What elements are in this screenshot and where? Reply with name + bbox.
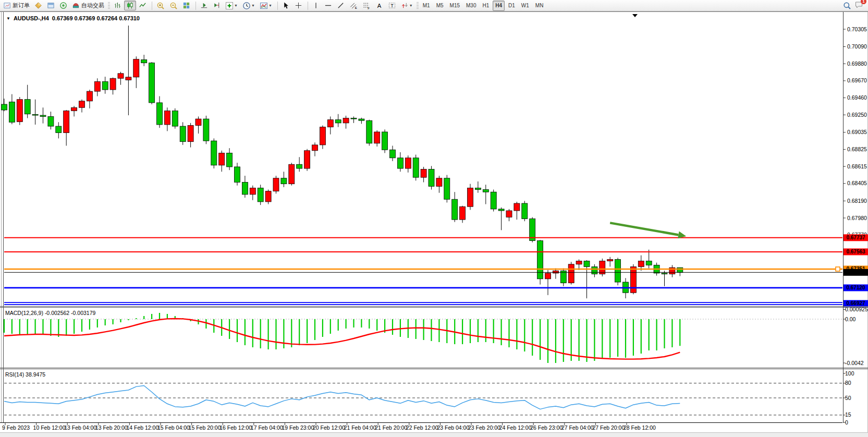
- new-order-label: 新订单: [13, 2, 30, 9]
- chart-shift-button[interactable]: [211, 1, 223, 10]
- chart-canvas[interactable]: 0.703050.700900.698800.696700.694600.692…: [0, 11, 868, 437]
- timeframe-button-W1[interactable]: W1: [519, 1, 532, 11]
- candle-67: [522, 203, 528, 219]
- candle-70: [545, 273, 551, 279]
- time-label-6: 15 Feb 20:00: [189, 424, 221, 431]
- candle-69: [537, 241, 543, 279]
- candle-76: [592, 266, 597, 274]
- fibonacci-icon: F: [362, 2, 371, 9]
- candle-27: [211, 141, 217, 165]
- tile-windows-button[interactable]: [180, 1, 192, 10]
- timeframe-button-M15[interactable]: M15: [447, 1, 462, 11]
- candle-28: [219, 153, 225, 165]
- candle-42: [327, 120, 333, 127]
- candle-30: [235, 167, 240, 183]
- zoom-in-button[interactable]: [154, 1, 167, 10]
- candle-7: [56, 126, 62, 132]
- templates-button[interactable]: ▼: [258, 1, 274, 10]
- time-label-8: 17 Feb 04:00: [251, 424, 283, 431]
- chart-window[interactable]: 0.703050.700900.698800.696700.694600.692…: [0, 11, 868, 437]
- candle-44: [343, 118, 349, 123]
- timeframe-button-MN[interactable]: MN: [533, 1, 546, 11]
- add-indicator-icon: [225, 2, 234, 10]
- time-label-4: 14 Feb 12:00: [126, 424, 158, 431]
- price-label-0.67120: 0.67120: [846, 285, 865, 290]
- gold-cube-icon: [34, 2, 42, 9]
- channel-tool-button[interactable]: E: [347, 1, 360, 10]
- toolbar-separator: [305, 2, 308, 10]
- indicators-button[interactable]: ▼: [223, 1, 240, 10]
- toolbar-grip: [108, 2, 110, 9]
- timeframe-button-H4[interactable]: H4: [493, 1, 505, 11]
- text-tool-button[interactable]: A: [373, 1, 385, 10]
- dropdown-caret-icon: ▼: [268, 4, 272, 7]
- rsi-axis-label: 15: [845, 411, 851, 418]
- cursor-tool-button[interactable]: [280, 1, 292, 10]
- timeframe-button-D1[interactable]: D1: [506, 1, 518, 11]
- notification-badge: 1: [861, 0, 866, 4]
- candle-4: [32, 114, 38, 115]
- price-label-0.67310: 0.67310: [846, 270, 865, 275]
- level-handle-0.67351[interactable]: [836, 267, 840, 271]
- time-label-2: 13 Feb 04:00: [64, 424, 96, 431]
- vertical-line-tool-button[interactable]: [310, 1, 322, 10]
- svg-text:A: A: [377, 3, 382, 9]
- candle-66: [514, 203, 520, 211]
- candle-74: [576, 261, 582, 264]
- candle-37: [289, 164, 295, 184]
- time-label-17: 26 Feb 23:00: [530, 424, 563, 431]
- timeframe-button-M1[interactable]: M1: [420, 1, 433, 11]
- timeframe-button-M5[interactable]: M5: [434, 1, 446, 11]
- horizontal-line-tool-button[interactable]: [322, 1, 334, 10]
- candle-78: [607, 259, 613, 261]
- time-label-20: 28 Feb 12:00: [624, 424, 656, 431]
- candle-75: [584, 261, 590, 267]
- rsi-axis-label: 80: [845, 380, 851, 386]
- candle-5: [40, 115, 46, 116]
- candle-9: [71, 107, 77, 111]
- candle-11: [87, 91, 92, 101]
- trendline-tool-button[interactable]: [335, 1, 347, 10]
- toolbar-grip: [417, 2, 419, 9]
- collapse-triangle-icon[interactable]: ▼: [6, 16, 10, 21]
- auto-scroll-icon: [200, 2, 208, 9]
- auto-scroll-button[interactable]: [198, 1, 210, 10]
- candle-50: [390, 150, 396, 158]
- line-chart-button[interactable]: [137, 1, 149, 10]
- window-icon: [47, 2, 55, 9]
- auto-trading-button[interactable]: 自动交易: [70, 1, 106, 10]
- search-icon[interactable]: [843, 2, 851, 10]
- notifications-button[interactable]: 1: [854, 1, 863, 11]
- time-label-10: 20 Feb 12:00: [313, 424, 345, 431]
- time-label-15: 23 Feb 20:00: [468, 424, 500, 431]
- new-order-button[interactable]: 新订单: [2, 1, 32, 10]
- time-label-18: 27 Feb 04:00: [561, 424, 594, 431]
- periods-button[interactable]: ▼: [240, 1, 257, 10]
- zoom-out-button[interactable]: [167, 1, 180, 10]
- auto-trading-icon: [72, 2, 80, 9]
- candle-63: [491, 192, 496, 209]
- candle-79: [615, 259, 621, 282]
- macd-signal-value: -0.003179: [71, 310, 95, 316]
- arrows-tool-button[interactable]: ▼: [399, 1, 415, 10]
- candle-43: [335, 120, 341, 123]
- bar-chart-button[interactable]: [112, 1, 124, 10]
- candle-41: [320, 127, 325, 145]
- toolbar-separator: [275, 2, 278, 10]
- crosshair-icon: [295, 2, 302, 9]
- text-label-tool-button[interactable]: T: [386, 1, 398, 10]
- crosshair-tool-button[interactable]: [292, 1, 304, 10]
- candlestick-chart-icon: [126, 2, 134, 9]
- candle-83: [646, 261, 652, 265]
- candlestick-chart-button[interactable]: [124, 1, 136, 10]
- candle-62: [483, 190, 488, 192]
- market-depth-button[interactable]: [32, 1, 44, 10]
- timeframe-button-M30[interactable]: M30: [463, 1, 479, 11]
- fibonacci-tool-button[interactable]: F: [360, 1, 373, 10]
- price-tick-label: 0.67980: [847, 215, 867, 221]
- candle-0: [2, 104, 7, 110]
- signals-button[interactable]: [57, 1, 69, 10]
- market-watch-button[interactable]: [45, 1, 57, 10]
- candle-34: [265, 191, 271, 202]
- timeframe-button-H1[interactable]: H1: [480, 1, 492, 11]
